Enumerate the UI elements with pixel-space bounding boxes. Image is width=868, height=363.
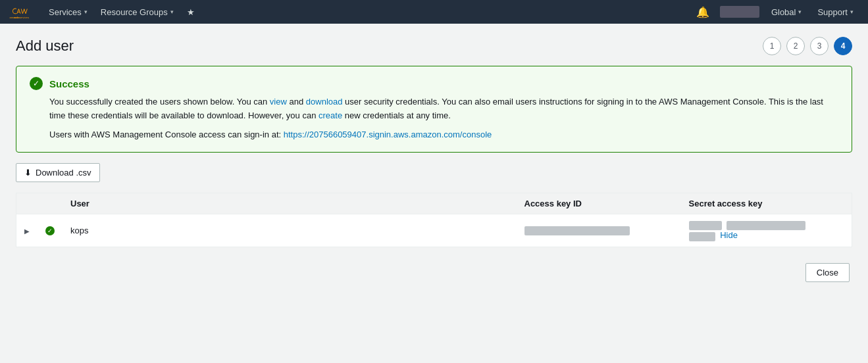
aws-logo[interactable]: amazon webservices (8, 4, 32, 20)
close-button[interactable]: Close (805, 263, 850, 282)
services-chevron-icon: ▾ (84, 9, 88, 15)
services-label: Services (49, 7, 82, 17)
signin-url-link[interactable]: https://207566059407.signin.aws.amazon.c… (284, 130, 492, 139)
download-link[interactable]: download (306, 97, 343, 107)
expand-icon[interactable]: ▶ (24, 228, 30, 235)
col-header-expand (16, 193, 38, 214)
step-2[interactable]: 2 (786, 37, 805, 55)
star-icon: ★ (187, 7, 195, 17)
users-table: User Access key ID Secret access key ▶ ✓ (16, 193, 852, 247)
global-nav[interactable]: Global ▾ (765, 0, 809, 24)
table-header: User Access key ID Secret access key (16, 193, 852, 214)
row-status: ✓ (38, 214, 63, 247)
resource-groups-nav[interactable]: Resource Groups ▾ (94, 0, 180, 24)
page-title: Add user (16, 37, 74, 55)
step-1[interactable]: 1 (763, 37, 781, 55)
status-badge: ✓ (45, 226, 55, 235)
col-header-access-key: Access key ID (517, 193, 681, 214)
support-nav[interactable]: Support ▾ (811, 0, 860, 24)
support-label: Support (817, 7, 848, 17)
footer: Close (16, 263, 852, 282)
notifications-icon[interactable]: 🔔 (691, 0, 715, 24)
create-link[interactable]: create (319, 110, 342, 120)
success-icon: ✓ (30, 77, 43, 90)
download-label: Download .csv (36, 168, 91, 178)
secret-key-redacted-2 (727, 221, 805, 230)
row-expand[interactable]: ▶ (16, 214, 38, 247)
table-body: ▶ ✓ kops Hide (16, 214, 852, 247)
table-row: ▶ ✓ kops Hide (16, 214, 852, 247)
view-link[interactable]: view (270, 97, 287, 107)
step-indicators: 1 2 3 4 (763, 37, 852, 55)
success-title: Success (49, 78, 89, 89)
access-key-redacted (524, 226, 630, 235)
avatar[interactable] (720, 6, 759, 18)
download-csv-button[interactable]: ⬇ Download .csv (16, 163, 100, 182)
download-icon: ⬇ (24, 168, 32, 178)
success-body: You successfully created the users shown… (49, 95, 838, 141)
support-chevron-icon: ▾ (850, 9, 854, 15)
main-content: Add user 1 2 3 4 ✓ Success You successfu… (0, 24, 868, 363)
global-chevron-icon: ▾ (798, 9, 802, 15)
global-label: Global (771, 7, 796, 17)
success-message-1: You successfully created the users shown… (49, 95, 838, 123)
hide-link[interactable]: Hide (720, 230, 738, 240)
secret-key-container: Hide (689, 220, 844, 241)
col-header-status (38, 193, 63, 214)
row-user: kops (63, 214, 517, 247)
row-secret: Hide (681, 214, 852, 247)
svg-text:webservices: webservices (14, 16, 29, 19)
user-name: kops (70, 226, 88, 235)
success-box: ✓ Success You successfully created the u… (16, 66, 852, 153)
success-header: ✓ Success (30, 77, 838, 90)
services-nav[interactable]: Services ▾ (42, 0, 94, 24)
col-header-secret: Secret access key (681, 193, 852, 214)
resource-groups-label: Resource Groups (101, 7, 168, 17)
step-3[interactable]: 3 (810, 37, 829, 55)
secret-key-redacted-3 (689, 232, 715, 241)
col-header-user: User (63, 193, 517, 214)
resource-groups-chevron-icon: ▾ (170, 9, 174, 15)
secret-key-redacted-1 (689, 221, 722, 230)
success-message-2: Users with AWS Management Console access… (49, 128, 838, 142)
row-access-key (517, 214, 681, 247)
step-4[interactable]: 4 (834, 37, 852, 55)
page-header: Add user 1 2 3 4 (16, 37, 852, 55)
bookmarks-nav[interactable]: ★ (180, 0, 201, 24)
nav-right: 🔔 Global ▾ Support ▾ (691, 0, 860, 24)
navbar: amazon webservices Services ▾ Resource G… (0, 0, 868, 24)
